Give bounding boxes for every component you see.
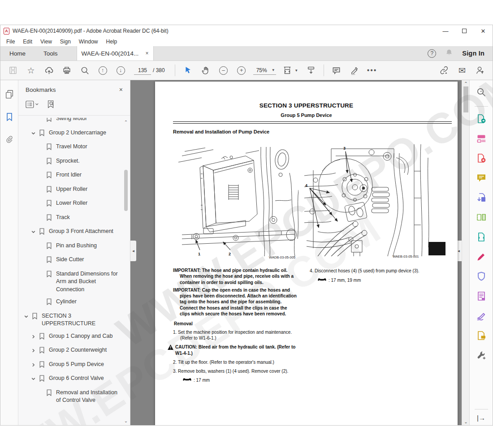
create-pdf-icon[interactable] — [475, 151, 488, 165]
more-tools-icon[interactable] — [475, 349, 488, 362]
chevron-right-icon[interactable] — [31, 361, 39, 370]
chevron-right-icon[interactable] — [31, 346, 39, 356]
bookmark-label: Upper Roller — [56, 185, 121, 194]
scrollbar-thumb[interactable] — [463, 86, 468, 112]
print-button[interactable] — [58, 63, 76, 78]
select-tool-button[interactable] — [179, 63, 197, 78]
find-bookmark-icon[interactable] — [46, 99, 56, 111]
fill-sign-icon[interactable] — [475, 250, 488, 263]
menu-view[interactable]: View — [36, 39, 56, 45]
page-number-input[interactable]: 135 — [134, 66, 151, 75]
fit-width-button[interactable]: ▼ — [279, 63, 302, 78]
bookmark-item[interactable]: Standard Dimensions for Arm and Bucket C… — [18, 268, 121, 296]
bookmark-item[interactable]: Removal and Installation of Control Valv… — [18, 387, 121, 407]
page-thumbnails-icon[interactable] — [4, 89, 14, 101]
tab-tools[interactable]: Tools — [35, 46, 67, 60]
menu-file[interactable]: File — [2, 39, 19, 45]
more-tools-dots[interactable]: ••• — [367, 66, 377, 74]
bookmark-label: Sprocket. — [56, 157, 121, 165]
bookmarks-panel-icon[interactable] — [5, 112, 13, 123]
document-scrollbar[interactable]: ⌃ ⌄ — [462, 80, 469, 425]
bookmark-item[interactable]: Front Idler — [18, 169, 121, 183]
scroll-up-icon[interactable]: ⌃ — [123, 120, 129, 125]
zoom-level-select[interactable]: 75% ▼ — [253, 66, 276, 75]
bookmark-icon — [39, 129, 45, 139]
bookmark-item[interactable]: Group 1 Canopy and Cab — [18, 330, 121, 345]
combine-files-icon[interactable] — [475, 191, 488, 204]
bookmark-item[interactable]: Group 5 Pump Device — [18, 358, 121, 373]
scroll-down-icon[interactable]: ⌄ — [462, 419, 469, 424]
chevron-down-icon[interactable] — [31, 228, 39, 237]
bookmark-item[interactable]: Group 2 Counterweight — [18, 344, 121, 358]
zoom-in-button[interactable]: + — [233, 63, 251, 78]
bookmark-item[interactable]: Track — [18, 211, 121, 226]
share-cloud-button[interactable] — [40, 63, 58, 78]
expand-panel-icon[interactable]: |→ — [477, 414, 485, 422]
bookmark-item[interactable]: Travel Motor — [18, 141, 121, 155]
scroll-up-icon[interactable]: ⌃ — [462, 81, 469, 86]
export-pdf-icon[interactable] — [475, 112, 488, 125]
share-link-icon[interactable] — [435, 63, 453, 78]
menu-window[interactable]: Window — [75, 39, 102, 45]
plus-icon: + — [237, 66, 246, 75]
maximize-button[interactable] — [455, 25, 474, 37]
chevron-right-icon[interactable] — [31, 332, 39, 342]
share-review-icon[interactable] — [475, 329, 488, 342]
protect-icon[interactable] — [475, 270, 488, 283]
menu-edit[interactable]: Edit — [19, 39, 36, 45]
save-button[interactable] — [4, 63, 22, 78]
bookmark-item[interactable]: Group 2 Undercarriage — [18, 127, 121, 141]
chevron-down-icon[interactable] — [31, 375, 39, 384]
email-icon[interactable]: ✉ — [453, 63, 471, 78]
highlighter-button[interactable] — [346, 63, 363, 78]
bookmark-icon — [46, 214, 52, 224]
menu-sign[interactable]: Sign — [56, 39, 75, 45]
bookmark-item[interactable]: Group 3 Front Attachment — [18, 225, 121, 240]
comment-icon[interactable] — [475, 171, 488, 185]
bookmark-item[interactable]: Upper Roller — [18, 183, 121, 198]
bookmark-icon — [39, 361, 45, 370]
bookmark-item[interactable]: Side Cutter — [18, 254, 121, 268]
hand-tool-button[interactable] — [197, 63, 215, 78]
star-button[interactable]: ☆ — [22, 63, 40, 78]
bookmarks-scrollbar[interactable]: ⌃ ⌄ — [123, 120, 129, 423]
caution-note: CAUTION: Bleed air from the hydraulic oi… — [168, 344, 298, 356]
bookmarks-options-icon[interactable] — [26, 100, 39, 111]
zoom-out-button[interactable]: – — [215, 63, 233, 78]
help-icon[interactable]: ? — [428, 49, 436, 58]
tab-home[interactable]: Home — [0, 46, 35, 60]
menu-help[interactable]: Help — [102, 39, 121, 45]
scrollbar-thumb[interactable] — [124, 170, 128, 211]
collapse-left-panel-icon[interactable]: ◄ — [130, 241, 136, 261]
certificates-icon[interactable] — [475, 309, 488, 323]
bookmark-item[interactable]: Swing Motor — [18, 118, 121, 127]
chevron-down-icon[interactable] — [31, 129, 39, 138]
compress-pdf-icon[interactable] — [475, 230, 488, 244]
prepare-form-icon[interactable] — [475, 289, 488, 303]
comment-button[interactable] — [328, 63, 346, 78]
bell-icon[interactable] — [445, 48, 453, 58]
organize-pages-icon[interactable] — [475, 211, 488, 224]
bookmark-item[interactable]: Pin and Bushing — [18, 240, 121, 254]
close-button[interactable]: ✕ — [474, 25, 493, 37]
bookmark-item[interactable]: Cylinder — [18, 296, 121, 310]
tab-close-icon[interactable]: × — [146, 50, 149, 56]
bookmark-item[interactable]: Group 6 Control Valve — [18, 372, 121, 387]
previous-page-button[interactable]: ↑ — [94, 63, 112, 78]
bookmark-item[interactable]: Lower Roller — [18, 197, 121, 211]
search-document-icon[interactable] — [475, 86, 488, 99]
minimize-button[interactable]: — — [436, 25, 455, 37]
edit-pdf-icon[interactable] — [475, 132, 488, 145]
scroll-down-icon[interactable]: ⌄ — [123, 418, 129, 423]
sign-in-button[interactable]: Sign In — [462, 50, 484, 57]
scrolling-mode-button[interactable] — [302, 63, 320, 78]
find-button[interactable] — [76, 63, 94, 78]
bookmarks-close-icon[interactable]: × — [119, 86, 123, 93]
chevron-down-icon[interactable] — [24, 312, 32, 322]
attachments-icon[interactable] — [5, 135, 14, 146]
next-page-button[interactable]: ↓ — [112, 63, 130, 78]
bookmark-item[interactable]: SECTION 3 UPPERSTRUCTURE — [18, 310, 121, 330]
profile-icon[interactable] — [471, 63, 489, 78]
bookmark-item[interactable]: Sprocket. — [18, 155, 121, 169]
tab-document[interactable]: WAEA-EN-00(2014... × — [77, 46, 154, 60]
